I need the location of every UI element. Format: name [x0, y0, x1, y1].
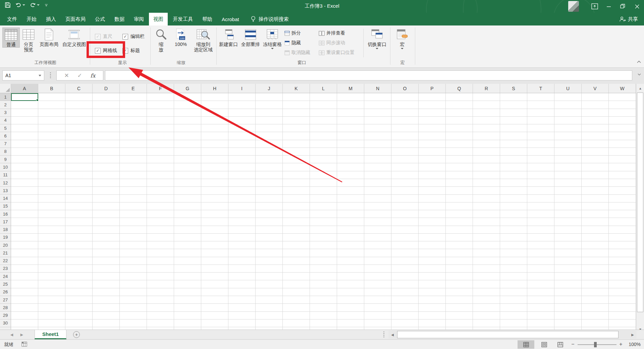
row-header-20[interactable]: 20 — [0, 241, 11, 249]
column-header-S[interactable]: S — [500, 84, 527, 93]
row-header-4[interactable]: 4 — [0, 117, 11, 124]
column-header-P[interactable]: P — [419, 84, 446, 93]
page-break-preview-button[interactable]: 分页 预览 — [20, 27, 37, 52]
column-header-N[interactable]: N — [364, 84, 391, 93]
fill-handle[interactable] — [36, 99, 39, 101]
column-header-C[interactable]: C — [65, 84, 93, 93]
checkbox-1[interactable]: ✓编辑栏 — [122, 34, 145, 40]
collapse-ribbon-button[interactable] — [637, 60, 641, 63]
row-header-21[interactable]: 21 — [0, 249, 11, 257]
cancel-entry-button[interactable]: ✕ — [64, 72, 69, 79]
row-header-14[interactable]: 14 — [0, 194, 11, 202]
redo-button[interactable] — [30, 2, 40, 8]
row-header-15[interactable]: 15 — [0, 202, 11, 210]
row-header-30[interactable]: 30 — [0, 319, 11, 327]
row-header-16[interactable]: 16 — [0, 210, 11, 218]
row-header-29[interactable]: 29 — [0, 311, 11, 319]
scroll-left-button[interactable]: ◀ — [389, 331, 396, 338]
row-header-12[interactable]: 12 — [0, 179, 11, 187]
row-header-28[interactable]: 28 — [0, 304, 11, 311]
tell-me-search[interactable]: 操作说明搜索 — [251, 13, 289, 25]
tab-9[interactable]: Acrobat — [217, 13, 244, 25]
checkbox-0[interactable]: ✓直尺 — [95, 34, 112, 40]
scroll-right-button[interactable]: ▶ — [629, 331, 636, 338]
page-layout-view-button[interactable]: 页面布局 — [38, 27, 60, 47]
name-box-dropdown-arrow[interactable] — [39, 75, 41, 76]
zoom-slider-track[interactable] — [578, 344, 616, 345]
hide-button[interactable]: 隐藏 — [284, 40, 301, 46]
row-header-3[interactable]: 3 — [0, 109, 11, 117]
column-header-E[interactable]: E — [120, 84, 147, 93]
freeze-panes-button[interactable]: 冻结窗格 — [262, 27, 283, 49]
column-header-F[interactable]: F — [147, 84, 174, 93]
row-header-31[interactable]: 31 — [0, 327, 11, 330]
row-header-24[interactable]: 24 — [0, 273, 11, 280]
column-header-Q[interactable]: Q — [446, 84, 473, 93]
zoom-slider-thumb[interactable] — [594, 342, 597, 347]
tab-file[interactable]: 文件 — [3, 13, 21, 25]
column-header-G[interactable]: G — [174, 84, 201, 93]
zoom-button[interactable]: 缩 放 — [152, 27, 170, 52]
column-header-O[interactable]: O — [391, 84, 419, 93]
column-header-K[interactable]: K — [283, 84, 310, 93]
customize-qat-button[interactable] — [44, 3, 48, 7]
horizontal-scrollbar[interactable]: ◀ ▶ — [388, 331, 637, 339]
row-header-9[interactable]: 9 — [0, 156, 11, 163]
row-header-7[interactable]: 7 — [0, 140, 11, 148]
tab-8[interactable]: 帮助 — [198, 13, 217, 25]
row-header-27[interactable]: 27 — [0, 296, 11, 304]
name-box[interactable]: A1 — [2, 70, 44, 80]
custom-views-button[interactable]: 自定义视图 — [61, 27, 88, 47]
tab-0[interactable]: 开始 — [22, 13, 41, 25]
status-normal-view-button[interactable] — [518, 340, 534, 349]
tab-6[interactable]: 视图 — [149, 13, 168, 25]
record-macro-status-button[interactable] — [21, 341, 27, 347]
select-all-corner[interactable] — [0, 84, 11, 93]
column-header-I[interactable]: I — [228, 84, 256, 93]
tab-2[interactable]: 页面布局 — [61, 13, 90, 25]
column-header-B[interactable]: B — [38, 84, 65, 93]
row-header-23[interactable]: 23 — [0, 265, 11, 273]
zoom-percentage[interactable]: 100% — [625, 342, 641, 347]
macros-button[interactable]: 宏 — [392, 27, 412, 49]
row-header-8[interactable]: 8 — [0, 148, 11, 156]
column-header-D[interactable]: D — [93, 84, 120, 93]
formula-input[interactable] — [105, 70, 632, 80]
zoom-out-button[interactable]: − — [570, 341, 576, 348]
row-header-1[interactable]: 1 — [0, 93, 11, 101]
minimize-button[interactable] — [602, 0, 616, 13]
column-header-V[interactable]: V — [582, 84, 609, 93]
view-side-by-side-button[interactable]: 并排查看 — [319, 30, 345, 36]
row-header-6[interactable]: 6 — [0, 132, 11, 140]
column-header-J[interactable]: J — [256, 84, 283, 93]
horizontal-scrollbar-thumb[interactable] — [397, 331, 619, 338]
vertical-scrollbar[interactable]: ▲ ▼ — [636, 84, 644, 334]
row-header-22[interactable]: 22 — [0, 257, 11, 265]
row-header-17[interactable]: 17 — [0, 218, 11, 226]
column-header-R[interactable]: R — [473, 84, 500, 93]
normal-view-button[interactable]: 普通 — [2, 27, 20, 48]
row-header-18[interactable]: 18 — [0, 226, 11, 234]
new-window-button[interactable]: 新建窗口 — [218, 27, 239, 47]
tab-4[interactable]: 数据 — [110, 13, 129, 25]
row-header-2[interactable]: 2 — [0, 101, 11, 109]
close-button[interactable] — [630, 0, 644, 13]
row-header-25[interactable]: 25 — [0, 280, 11, 288]
vertical-scrollbar-thumb[interactable] — [637, 93, 643, 312]
zoom-100-button[interactable]: 100 100% — [171, 27, 191, 47]
undo-button[interactable] — [15, 2, 25, 8]
sheet-tab-sheet1[interactable]: Sheet1 — [35, 330, 66, 339]
column-header-L[interactable]: L — [310, 84, 337, 93]
column-header-W[interactable]: W — [609, 84, 636, 93]
confirm-entry-button[interactable]: ✓ — [77, 72, 82, 79]
switch-windows-button[interactable]: 切换窗口 — [365, 27, 389, 49]
restore-button[interactable] — [616, 0, 630, 13]
expand-formula-bar-button[interactable] — [637, 73, 641, 76]
user-avatar[interactable] — [568, 1, 579, 12]
status-page-layout-button[interactable] — [536, 340, 552, 349]
tab-3[interactable]: 公式 — [91, 13, 109, 25]
tab-7[interactable]: 开发工具 — [168, 13, 197, 25]
column-header-U[interactable]: U — [554, 84, 582, 93]
column-header-H[interactable]: H — [201, 84, 228, 93]
row-header-10[interactable]: 10 — [0, 163, 11, 171]
